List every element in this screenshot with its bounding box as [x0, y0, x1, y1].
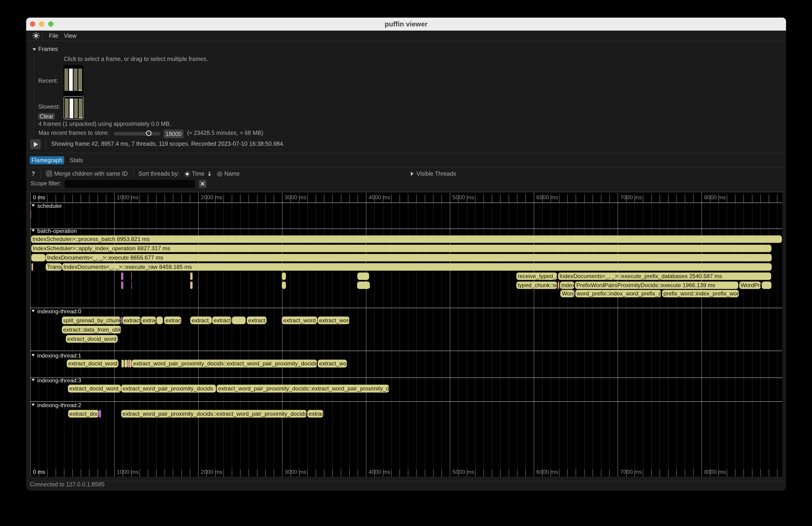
scope-bar[interactable]: extract_word_pair_proximity_docids: [121, 385, 216, 393]
help-button[interactable]: ?: [31, 170, 35, 177]
scope-bar[interactable]: [558, 281, 559, 289]
clear-button[interactable]: Clear: [38, 113, 55, 120]
scope-bar[interactable]: extract_word_docids: [212, 317, 231, 324]
scope-bar[interactable]: [190, 273, 192, 280]
scope-bar[interactable]: extract_word_docids: [190, 317, 212, 324]
tab-stats[interactable]: Stats: [70, 157, 83, 164]
scope-bar[interactable]: index_word_prefix_database: [560, 281, 574, 289]
thread-collapse-icon[interactable]: [31, 354, 35, 356]
scope-bar[interactable]: receive_typed_chunk: [516, 273, 557, 280]
scope-bar[interactable]: extract_word_docids: [122, 317, 141, 324]
sort-name-label[interactable]: Name: [224, 170, 240, 177]
frame-bar[interactable]: [78, 69, 82, 91]
thread-label[interactable]: indexing-thread:1: [37, 352, 81, 359]
scope-bar[interactable]: [122, 273, 123, 280]
scope-bar[interactable]: [125, 360, 127, 367]
scope-filter-input[interactable]: [65, 180, 195, 188]
scope-bar[interactable]: extract_docid_word_positions: [66, 335, 118, 343]
scope-bar[interactable]: [156, 317, 163, 324]
play-button[interactable]: [30, 139, 41, 149]
thread-collapse-icon[interactable]: [31, 310, 35, 312]
scope-bar[interactable]: extract_word_pair_proximity_docids::extr…: [121, 410, 307, 418]
recent-frames-thumbnail[interactable]: [63, 65, 84, 96]
scope-bar[interactable]: WordPrefixDocids: [560, 290, 574, 297]
menu-file[interactable]: File: [49, 33, 58, 39]
thread-label[interactable]: scheduler: [37, 203, 62, 209]
scope-bar[interactable]: extract_docid_word_positions: [68, 410, 99, 418]
scope-bar[interactable]: extract_word_position_docids: [318, 317, 349, 324]
scope-bar[interactable]: extract_word_docids: [164, 317, 181, 324]
scope-bar[interactable]: [357, 273, 369, 280]
scope-bar[interactable]: [99, 410, 101, 418]
scope-bar[interactable]: extract_word_pair_proximity_docids::extr…: [217, 385, 389, 393]
frame-bar[interactable]: [70, 99, 73, 118]
scope-bar[interactable]: [190, 281, 192, 289]
scope-bar[interactable]: [232, 317, 246, 324]
thread-collapse-icon[interactable]: [31, 204, 35, 207]
scope-bar[interactable]: [121, 360, 124, 367]
scope-bar[interactable]: [282, 281, 286, 289]
scope-bar[interactable]: [282, 273, 286, 280]
scope-bar[interactable]: extract_word_position_docids: [318, 360, 347, 367]
frame-bar[interactable]: [74, 99, 78, 118]
scope-bar[interactable]: prefix_word::index_prefix_word_database: [662, 290, 739, 297]
scope-bar[interactable]: extract_word_docids: [307, 410, 323, 418]
scope-bar[interactable]: WordPrefixDocids::execute: [739, 281, 761, 289]
frame-bar[interactable]: [79, 99, 83, 118]
tab-flamegraph[interactable]: Flamegraph: [30, 156, 64, 164]
visible-threads-collapse-icon[interactable]: [411, 172, 414, 176]
frame-bar[interactable]: [64, 69, 68, 91]
scope-bar[interactable]: IndexDocuments<_, _>::execute 8656.677 m…: [46, 254, 772, 261]
scope-bar[interactable]: extract_word_docids: [247, 317, 266, 324]
sort-name-radio[interactable]: [217, 171, 222, 177]
scope-bar[interactable]: [575, 290, 575, 297]
thread-collapse-icon[interactable]: [31, 230, 35, 232]
scope-bar[interactable]: extract_word_docids: [141, 317, 156, 324]
frame-bar[interactable]: [74, 69, 77, 91]
scope-bar[interactable]: IndexDocuments<_, _>::execute_prefix_dat…: [558, 273, 771, 280]
max-frames-slider-knob[interactable]: [146, 130, 151, 136]
thread-label[interactable]: batch-operation: [37, 228, 77, 234]
thread-collapse-icon[interactable]: [31, 404, 35, 406]
scope-bar[interactable]: [31, 263, 33, 271]
scope-clear-button[interactable]: [199, 180, 206, 188]
scope-bar[interactable]: extract_docid_word_positions: [68, 385, 121, 393]
scope-bar[interactable]: IndexScheduler>::process_batch 8953.821 …: [31, 235, 782, 243]
scope-bar[interactable]: split_grenad_by_chunks: [62, 317, 121, 324]
scope-bar[interactable]: IndexDocuments<_, _>::execute_raw 8459.1…: [62, 263, 772, 271]
merge-checkbox[interactable]: [46, 170, 53, 177]
visible-threads-label[interactable]: Visible Threads: [417, 170, 456, 177]
slowest-frames-thumbnail[interactable]: [63, 97, 84, 119]
frames-collapse-icon[interactable]: [32, 48, 36, 51]
scope-bar[interactable]: [762, 281, 771, 289]
scope-bar[interactable]: [31, 210, 31, 219]
scope-bar[interactable]: [131, 281, 132, 289]
flamegraph-canvas[interactable]: 0 ms0 ms1000 ms1000 ms2000 ms2000 ms3000…: [30, 192, 782, 477]
menu-view[interactable]: View: [64, 33, 76, 39]
thread-label[interactable]: indexing-thread:2: [37, 402, 81, 409]
scope-bar[interactable]: extract_docid_word_positions: [67, 360, 118, 367]
scope-bar[interactable]: extract_word_pair_proximity_docids::extr…: [132, 360, 317, 367]
merge-checkbox-label[interactable]: Merge children with same ID: [54, 170, 128, 177]
frame-bar[interactable]: [69, 69, 73, 91]
sort-time-label[interactable]: Time: [192, 170, 205, 177]
thread-label[interactable]: indexing-thread:0: [37, 308, 81, 315]
scope-bar[interactable]: word_prefix::index_word_prefix_database: [576, 290, 662, 297]
scope-bar[interactable]: typed_chunk::write_typed_chunk_into_inde…: [516, 281, 557, 289]
scope-bar[interactable]: extract_word_position_docids: [282, 317, 317, 324]
scope-bar[interactable]: [128, 360, 129, 367]
scope-bar[interactable]: [357, 281, 370, 289]
sort-time-radio[interactable]: [185, 171, 190, 177]
scope-bar[interactable]: [121, 317, 122, 324]
max-frames-value[interactable]: 18000: [164, 130, 184, 138]
scope-bar[interactable]: [129, 360, 131, 367]
scope-bar[interactable]: Transaction: [46, 263, 62, 271]
scope-bar[interactable]: IndexScheduler>::apply_index_operation 8…: [31, 245, 771, 252]
sun-icon[interactable]: [31, 31, 41, 40]
scope-bar[interactable]: [131, 273, 132, 280]
scope-bar[interactable]: extract::data_from_obkv_documents: [62, 326, 121, 334]
scope-bar[interactable]: PrefixWordPairsProximityDocids::execute …: [575, 281, 738, 289]
thread-label[interactable]: indexing-thread:3: [37, 377, 81, 384]
max-frames-slider[interactable]: [114, 132, 160, 135]
scope-bar[interactable]: [31, 254, 45, 261]
